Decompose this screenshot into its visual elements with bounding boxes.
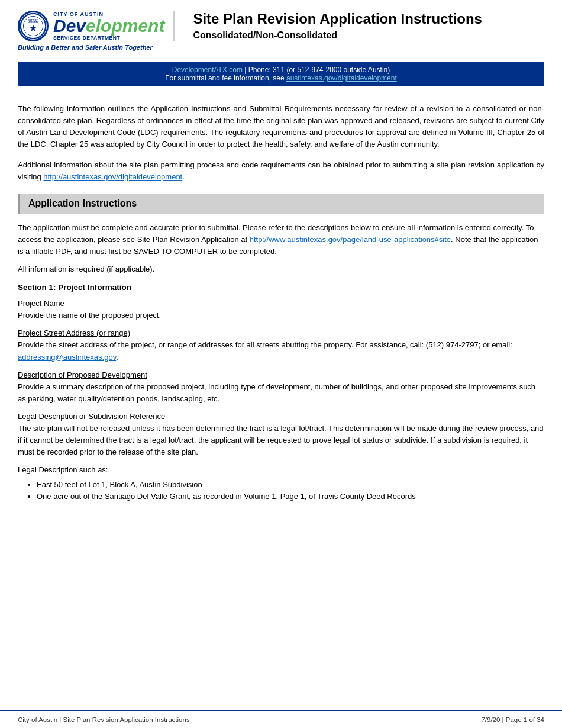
svg-text:AUSTIN: AUSTIN [28,21,37,24]
field-label-legal-desc: Legal Description or Subdivision Referen… [18,412,544,421]
footer: City of Austin | Site Plan Revision Appl… [0,710,562,728]
section-header-app: Application Instructions [18,194,544,214]
legal-desc-intro: Legal Description such as: [18,464,544,476]
info-line1: DevelopmentATX.com | Phone: 311 (or 512-… [30,66,532,74]
tagline: Building a Better and Safer Austin Toget… [18,44,153,51]
all-info-text: All information is required (if applicab… [18,265,544,273]
svg-marker-4 [30,24,36,31]
field-desc-street-address: Provide the street address of the projec… [18,339,544,363]
subtitle: Consolidated/Non-Consolidated [193,30,544,41]
fee-link[interactable]: austintexas.gov/digitaldevelopment [286,74,397,82]
brand-elopment: elopment [86,17,164,35]
section-header-label: Application Instructions [28,198,137,208]
addressing-email-link[interactable]: addressing@austintexas.gov [18,353,116,362]
title-section: Site Plan Revision Application Instructi… [173,11,544,41]
city-seal: CITY OF AUSTIN [18,11,49,41]
header: CITY OF AUSTIN CITY OF AUSTIN Developmen… [0,0,562,57]
field-label-street-address: Project Street Address (or range) [18,328,544,337]
field-desc-description: Provide a summary description of the pro… [18,381,544,405]
app-link[interactable]: http://www.austintexas.gov/page/land-use… [250,235,451,244]
intro-para2-post: . [182,172,185,181]
field-desc-legal-desc: The site plan will not be released unles… [18,423,544,458]
field-label-description: Description of Proposed Development [18,371,544,379]
field-desc-project-name: Provide the name of the proposed project… [18,310,544,321]
services-dept-label: SERVICES DEPARTMENT [53,35,164,41]
info-line2-pre: For submittal and fee information, see [165,74,286,82]
bullet-item-1: East 50 feet of Lot 1, Block A, Austin S… [37,479,544,491]
section1-title: Section 1: Project Information [18,283,544,292]
logo-top: CITY OF AUSTIN CITY OF AUSTIN Developmen… [18,11,164,41]
logo-section: CITY OF AUSTIN CITY OF AUSTIN Developmen… [18,11,164,51]
logo-brand: CITY OF AUSTIN Development SERVICES DEPA… [53,11,164,41]
main-title: Site Plan Revision Application Instructi… [193,11,544,28]
page: CITY OF AUSTIN CITY OF AUSTIN Developmen… [0,0,562,728]
main-content: The following information outlines the A… [0,91,562,710]
footer-right: 7/9/20 | Page 1 of 34 [481,716,544,723]
field-label-project-name: Project Name [18,299,544,308]
footer-left: City of Austin | Site Plan Revision Appl… [18,716,190,723]
website-link[interactable]: DevelopmentATX.com [172,66,243,74]
info-line2: For submittal and fee information, see a… [30,74,532,82]
info-separator: | Phone: 311 (or 512-974-2000 outside Au… [244,66,390,74]
intro-para1: The following information outlines the A… [18,103,544,151]
bullet-item-2: One acre out of the Santiago Del Valle G… [37,491,544,503]
intro-para2: Additional information about the site pl… [18,159,544,183]
intro-link[interactable]: http://austintexas.gov/digitaldevelopmen… [43,172,182,181]
legal-bullets-list: East 50 feet of Lot 1, Block A, Austin S… [37,479,544,504]
brand-dev: Dev [53,17,86,35]
info-bar: DevelopmentATX.com | Phone: 311 (or 512-… [18,62,544,86]
development-brand: Development [53,17,164,35]
app-instructions-para1: The application must be complete and acc… [18,222,544,257]
